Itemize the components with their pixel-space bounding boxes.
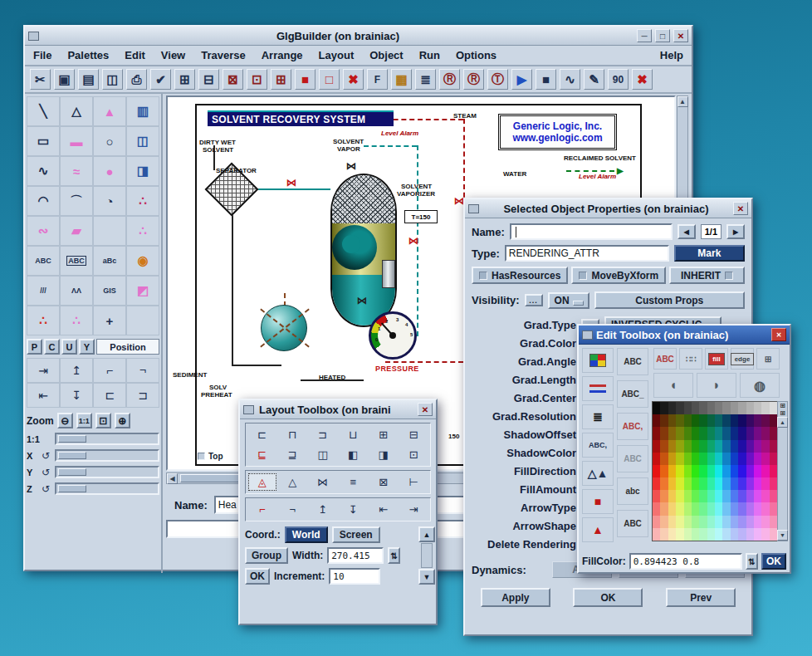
arc-tool[interactable]: ◠ — [27, 186, 60, 216]
palette-cell[interactable] — [722, 414, 730, 427]
palette-cell[interactable] — [692, 502, 699, 515]
palette-cell[interactable] — [761, 414, 769, 427]
canister-shape[interactable] — [382, 260, 395, 288]
connect-nodes-icon[interactable]: ∿ — [560, 69, 580, 90]
palette-cell[interactable] — [731, 528, 738, 541]
menu-object[interactable]: Object — [369, 49, 403, 61]
palette-cell[interactable] — [684, 490, 692, 502]
rotate-icon[interactable]: ↺ — [40, 467, 51, 478]
text-style-icon-0[interactable]: ABC — [617, 348, 648, 375]
palette-cell[interactable] — [676, 453, 683, 465]
palette-cell[interactable] — [738, 427, 746, 439]
menu-palettes[interactable]: Palettes — [67, 49, 109, 61]
palette-cell[interactable] — [653, 414, 660, 427]
palette-cell[interactable] — [761, 477, 769, 490]
palette-cell[interactable] — [692, 440, 699, 453]
spin-track[interactable] — [421, 543, 433, 568]
palette-cell[interactable] — [707, 440, 715, 453]
tag-t-icon[interactable]: Ⓣ — [487, 69, 508, 90]
top-toggle[interactable]: Top — [198, 452, 223, 461]
palette-cell[interactable] — [746, 402, 754, 414]
palette-cell[interactable] — [722, 427, 730, 439]
grid-snap-icon[interactable]: ⊞ — [271, 69, 291, 90]
palette-cell[interactable] — [731, 414, 738, 427]
props-close-button[interactable]: ✕ — [733, 202, 748, 215]
palette-cell[interactable] — [715, 427, 722, 439]
text-style-icon-3[interactable]: ABC — [617, 445, 648, 472]
mode-button-c[interactable]: C — [44, 339, 60, 355]
palette-cell[interactable] — [684, 440, 692, 453]
custom-props-button[interactable]: Custom Props — [594, 291, 745, 309]
delete-icon[interactable]: ✖ — [632, 69, 653, 90]
palette-cell[interactable] — [660, 465, 668, 477]
menu-edit[interactable]: Edit — [125, 49, 145, 61]
layout-icon-13[interactable]: △ — [279, 473, 307, 491]
palette-cell[interactable] — [770, 490, 777, 502]
group-button[interactable]: Group — [245, 547, 288, 564]
palette-cell[interactable] — [707, 477, 715, 490]
palette-cell[interactable] — [731, 440, 738, 453]
ellipse-filled-tool[interactable]: ● — [93, 156, 126, 186]
palette-cell[interactable] — [668, 402, 676, 414]
grid-icon[interactable]: ⊞ — [756, 348, 780, 370]
meter-widget[interactable]: ◨ — [126, 156, 159, 186]
run-icon[interactable]: ▶ — [511, 69, 532, 90]
mark-button[interactable]: Mark — [674, 245, 745, 262]
rotate-90-icon[interactable]: 90 — [608, 69, 629, 90]
palette-cell[interactable] — [676, 490, 683, 502]
text-attrs-icon[interactable]: ABC — [653, 348, 677, 370]
palette-cell[interactable] — [761, 402, 769, 414]
top-toggle-box[interactable] — [198, 453, 205, 460]
layout-icon-22[interactable]: ⇤ — [369, 501, 398, 518]
text-tool[interactable]: ABC — [27, 246, 60, 276]
palette-cell[interactable] — [731, 465, 738, 477]
palette-cell[interactable] — [722, 402, 730, 414]
palette-cell[interactable] — [676, 502, 683, 515]
menu-traverse[interactable]: Traverse — [201, 49, 246, 61]
palette-cell[interactable] — [668, 465, 676, 477]
palette-cell[interactable] — [754, 528, 761, 541]
layout-icon-1[interactable]: ⊓ — [279, 426, 307, 443]
palette-cell[interactable] — [692, 414, 699, 427]
palette-cell[interactable] — [770, 465, 777, 477]
visibility-optionmenu[interactable]: ON — [548, 292, 589, 309]
palette-cell[interactable] — [761, 502, 769, 515]
palette-cell[interactable] — [707, 502, 715, 515]
minimize-button[interactable]: ─ — [637, 29, 652, 42]
visibility-dots-button[interactable]: ... — [525, 294, 543, 306]
palette-cell[interactable] — [715, 502, 722, 515]
strip-down-icon[interactable]: ▼ — [777, 530, 788, 541]
palette-cell[interactable] — [746, 453, 754, 465]
menu-layout[interactable]: Layout — [319, 49, 355, 61]
align-objects-icon[interactable]: ⊠ — [223, 69, 243, 90]
zigzag-tool[interactable]: ΛΛ — [60, 276, 93, 306]
copy-icon[interactable]: ▣ — [54, 69, 75, 90]
palette-cell[interactable] — [731, 427, 738, 439]
palette-cell[interactable] — [684, 414, 692, 427]
palette-cell[interactable] — [761, 465, 769, 477]
layout-icon-20[interactable]: ↥ — [309, 501, 337, 518]
palette-cell[interactable] — [754, 465, 761, 477]
layout-icon-7[interactable]: ⊒ — [279, 446, 307, 463]
layout-icon-12[interactable]: ◬ — [248, 473, 276, 491]
strip-up-icon[interactable]: ▲ — [777, 417, 788, 428]
palette-cell[interactable] — [668, 502, 676, 515]
palette-cell[interactable] — [660, 427, 668, 439]
palette-cell[interactable] — [722, 502, 730, 515]
edge-chip[interactable]: edge — [731, 348, 754, 370]
main-titlebar[interactable]: GlgBuilder (on brainiac) ─ □ ✕ — [25, 27, 692, 46]
zoom-reset-button[interactable]: 1:1 — [76, 413, 92, 428]
blob-filled-tool[interactable]: ≈ — [60, 156, 93, 186]
palette-cell[interactable] — [715, 477, 722, 490]
menu-view[interactable]: View — [161, 49, 185, 61]
palette-cell[interactable] — [692, 477, 699, 490]
palette-cell[interactable] — [746, 414, 754, 427]
axis-slider-y[interactable] — [55, 466, 159, 478]
palette-cell[interactable] — [746, 528, 754, 541]
node-graph-tool[interactable]: ∴ — [126, 186, 159, 216]
coord-world-button[interactable]: World — [285, 526, 328, 543]
gauge-icon-2[interactable]: ◍ — [740, 373, 780, 398]
close-button[interactable]: ✕ — [673, 29, 688, 42]
palette-cell[interactable] — [738, 502, 746, 515]
layout-titlebar[interactable]: Layout Toolbox (on braini ✕ — [240, 400, 436, 419]
